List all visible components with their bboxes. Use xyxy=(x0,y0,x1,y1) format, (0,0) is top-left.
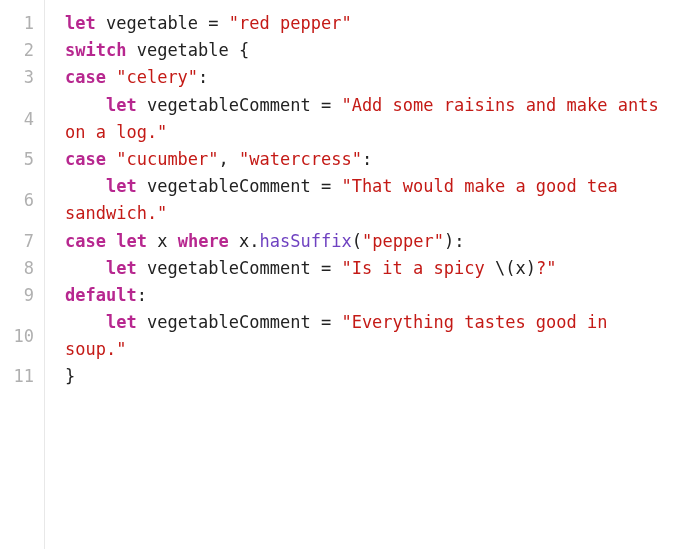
code-line: let vegetableComment = "That would make … xyxy=(65,173,674,227)
code-line: switch vegetable { xyxy=(65,37,674,64)
line-number: 2 xyxy=(0,37,34,64)
line-number: 8 xyxy=(0,255,34,282)
code-line: case let x where x.hasSuffix("pepper"): xyxy=(65,228,674,255)
line-number: 7 xyxy=(0,228,34,255)
code-line: let vegetableComment = "Is it a spicy \(… xyxy=(65,255,674,282)
line-number-gutter: 1 2 3 4 5 6 7 8 9 10 11 xyxy=(0,0,45,549)
line-number: 10 xyxy=(0,309,34,363)
code-line: case "cucumber", "watercress": xyxy=(65,146,674,173)
code-line: let vegetableComment = "Everything taste… xyxy=(65,309,674,363)
line-number: 11 xyxy=(0,363,34,390)
code-area[interactable]: let vegetable = "red pepper" switch vege… xyxy=(45,0,684,549)
line-number: 3 xyxy=(0,64,34,91)
line-number: 5 xyxy=(0,146,34,173)
line-number: 6 xyxy=(0,173,34,227)
code-line: let vegetable = "red pepper" xyxy=(65,10,674,37)
code-line: default: xyxy=(65,282,674,309)
code-line: case "celery": xyxy=(65,64,674,91)
code-line: } xyxy=(65,363,674,390)
code-line: let vegetableComment = "Add some raisins… xyxy=(65,92,674,146)
line-number: 9 xyxy=(0,282,34,309)
line-number: 4 xyxy=(0,92,34,146)
line-number: 1 xyxy=(0,10,34,37)
